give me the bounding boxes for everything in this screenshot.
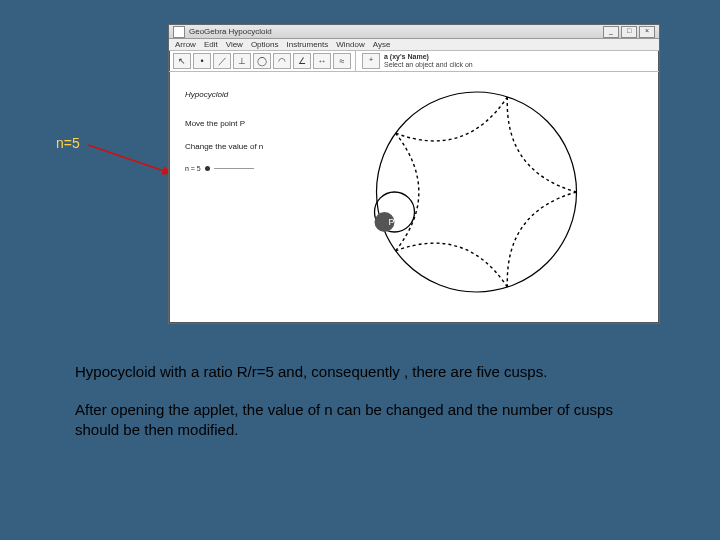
toolbar-left: ↖ • ／ ⊥ ◯ ◠ ∠ ↔ ≈ — [169, 51, 356, 71]
toolbar: ↖ • ／ ⊥ ◯ ◠ ∠ ↔ ≈ + a (xy's Name) Select… — [169, 51, 659, 72]
menu-item[interactable]: Arrow — [175, 40, 196, 49]
segment-icon[interactable]: ／ — [213, 53, 231, 69]
n-slider[interactable]: n = 5 — [185, 165, 318, 172]
graph-pane[interactable]: P — [324, 72, 659, 324]
window-title: GeoGebra Hypocycloid — [189, 27, 601, 36]
toolbar-right: + a (xy's Name) Select an object and cli… — [356, 51, 659, 71]
input-caption: a (xy's Name) — [384, 53, 473, 61]
input-hint: Select an object and click on — [384, 61, 473, 69]
slider-track-icon — [214, 168, 254, 169]
menu-item[interactable]: Options — [251, 40, 279, 49]
menu-item[interactable]: View — [226, 40, 243, 49]
annotation-label: n=5 — [56, 135, 80, 151]
slider-label: n = 5 — [185, 165, 201, 172]
perpendicular-icon[interactable]: ⊥ — [233, 53, 251, 69]
point-icon[interactable]: • — [193, 53, 211, 69]
hypocycloid-plot: P — [324, 72, 659, 324]
maximize-button[interactable]: □ — [621, 26, 637, 38]
point-p-label: P — [389, 217, 395, 227]
arrow-icon — [86, 143, 176, 183]
app-window: GeoGebra Hypocycloid _ □ × Arrow Edit Vi… — [168, 24, 660, 324]
menu-item[interactable]: Window — [336, 40, 364, 49]
svg-line-0 — [88, 145, 170, 173]
ellipse-icon[interactable]: ◠ — [273, 53, 291, 69]
close-button[interactable]: × — [639, 26, 655, 38]
caption-paragraph-1: Hypocycloid with a ratio R/r=5 and, cons… — [75, 362, 660, 382]
menu-item[interactable]: Ayse — [373, 40, 391, 49]
pane-instruction-2: Change the value of n — [185, 142, 318, 151]
svg-point-1 — [377, 92, 577, 292]
app-body: Hypocycloid Move the point P Change the … — [169, 72, 659, 324]
pane-heading: Hypocycloid — [185, 90, 318, 99]
menubar: Arrow Edit View Options Instruments Wind… — [169, 39, 659, 51]
text-pane: Hypocycloid Move the point P Change the … — [169, 72, 324, 324]
menu-item[interactable]: Instruments — [286, 40, 328, 49]
transform-icon[interactable]: ↔ — [313, 53, 331, 69]
cursor-icon[interactable]: ↖ — [173, 53, 191, 69]
caption-paragraph-2: After opening the applet, the value of n… — [75, 400, 660, 439]
titlebar: GeoGebra Hypocycloid _ □ × — [169, 25, 659, 39]
minimize-button[interactable]: _ — [603, 26, 619, 38]
app-icon — [173, 26, 185, 38]
circle-icon[interactable]: ◯ — [253, 53, 271, 69]
annotation-n-equals: n=5 — [56, 135, 80, 151]
slider-icon[interactable]: ≈ — [333, 53, 351, 69]
pane-instruction-1: Move the point P — [185, 119, 318, 128]
menu-item[interactable]: Edit — [204, 40, 218, 49]
angle-icon[interactable]: ∠ — [293, 53, 311, 69]
add-button[interactable]: + — [362, 53, 380, 69]
slider-thumb-icon — [205, 166, 210, 171]
